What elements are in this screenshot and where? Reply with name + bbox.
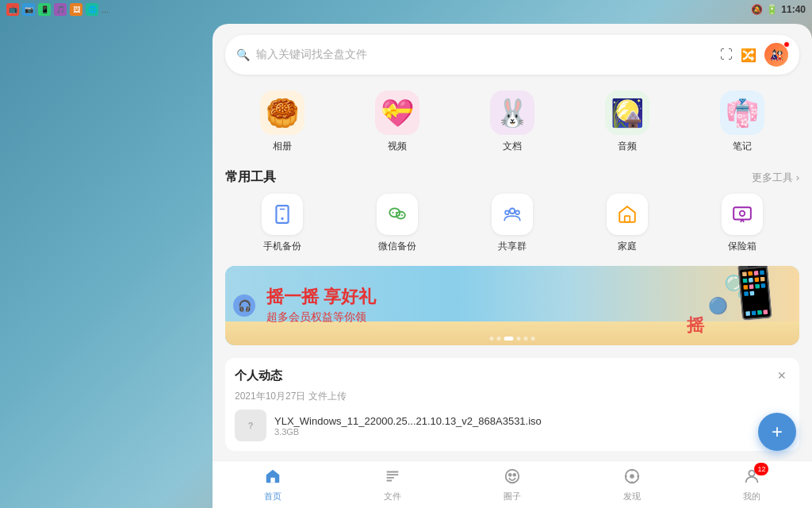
category-docs[interactable]: 🐰 文档 xyxy=(490,90,534,153)
battery-icon: 🔋 xyxy=(766,4,778,15)
file-thumb-icon: ? xyxy=(248,421,254,430)
nav-discover-label: 发现 xyxy=(623,491,641,502)
nav-home-label: 首页 xyxy=(264,491,282,502)
category-notes[interactable]: 👘 笔记 xyxy=(720,90,764,153)
fullscreen-icon[interactable]: ⛶ xyxy=(720,48,733,62)
nav-home[interactable]: 首页 xyxy=(213,461,332,508)
file-item[interactable]: ? YLX_Windows_11_22000.25...21.10.13_v2_… xyxy=(235,410,790,441)
dot-4 xyxy=(517,337,521,341)
personal-section: 个人动态 ✕ 2021年10月27日 文件上传 ? YLX_Windows_11… xyxy=(225,358,799,451)
family-label: 家庭 xyxy=(618,240,637,253)
family-icon-wrap xyxy=(607,194,648,235)
taskbar-icon-gallery: 🖼 xyxy=(70,3,82,16)
category-audio[interactable]: 🎑 音频 xyxy=(605,90,649,153)
svg-rect-13 xyxy=(733,207,751,219)
share-group-icon-wrap xyxy=(492,194,533,235)
category-video[interactable]: 💝 视频 xyxy=(375,90,419,153)
svg-point-7 xyxy=(399,214,400,216)
taskbar-icon-tv: 📺 xyxy=(6,3,19,16)
phone-deco: 📱 xyxy=(721,266,789,324)
dot-2 xyxy=(497,337,501,341)
tools-section-header: 常用工具 更多工具 › xyxy=(213,166,812,194)
close-button[interactable]: ✕ xyxy=(774,368,790,383)
nav-circle-label: 圈子 xyxy=(504,491,521,502)
svg-rect-0 xyxy=(277,206,289,223)
vault-icon-wrap xyxy=(722,194,763,235)
sort-icon[interactable]: 🔀 xyxy=(741,48,756,63)
tools-title: 常用工具 xyxy=(225,169,276,186)
promo-banner[interactable]: 🎧 摇一摇 享好礼 超多会员权益等你领 🫧 🔵 📱 摇 xyxy=(225,266,799,345)
fab-button[interactable]: + xyxy=(758,413,796,451)
svg-point-14 xyxy=(739,211,745,217)
album-icon-wrap: 🥮 xyxy=(260,90,304,135)
audio-icon-wrap: 🎑 xyxy=(605,90,649,135)
svg-point-20 xyxy=(513,473,515,475)
docs-icon-wrap: 🐰 xyxy=(490,90,534,135)
status-bar-right: 🔕 🔋 11:40 xyxy=(751,4,806,15)
share-group-label: 共享群 xyxy=(498,240,527,253)
notification-dot xyxy=(783,41,790,48)
files-nav-icon xyxy=(384,468,401,489)
headset-icon: 🎧 xyxy=(238,299,251,312)
svg-rect-17 xyxy=(270,477,275,482)
status-bar: 📺 📷 📱 🎵 🖼 🌐 ... 🔕 🔋 11:40 xyxy=(0,0,812,19)
nav-discover[interactable]: 发现 xyxy=(573,461,692,508)
banner-title: 摇一摇 享好礼 xyxy=(266,287,376,307)
tool-vault[interactable]: 保险箱 xyxy=(722,194,763,253)
search-placeholder: 输入关键词找全盘文件 xyxy=(256,48,714,62)
wechat-backup-label: 微信备份 xyxy=(378,240,416,253)
taskbar-icon-cam: 📷 xyxy=(22,3,35,16)
notes-icon-wrap: 👘 xyxy=(720,90,764,135)
tool-phone-backup[interactable]: 手机备份 xyxy=(262,194,303,253)
phone-backup-icon xyxy=(272,204,293,225)
tool-family[interactable]: 家庭 xyxy=(607,194,648,253)
shake-char: 摇 xyxy=(687,314,704,337)
taskbar-icon-phone: 📱 xyxy=(38,3,51,16)
notes-label: 笔记 xyxy=(733,140,752,153)
nav-files-label: 文件 xyxy=(384,491,401,502)
audio-label: 音频 xyxy=(618,140,637,153)
dot-3 xyxy=(504,337,514,341)
dot-1 xyxy=(490,337,494,341)
user-avatar[interactable]: 🎎 xyxy=(764,43,788,67)
album-icon: 🥮 xyxy=(266,97,299,129)
nav-mine[interactable]: 12 我的 xyxy=(692,461,812,508)
search-bar[interactable]: 🔍 输入关键词找全盘文件 ⛶ 🔀 🎎 xyxy=(225,35,799,75)
taskbar-icon-web: 🌐 xyxy=(86,3,98,16)
tool-wechat-backup[interactable]: 微信备份 xyxy=(377,194,418,253)
personal-title: 个人动态 xyxy=(235,368,282,383)
vault-icon xyxy=(732,204,753,225)
clock: 11:40 xyxy=(781,4,806,15)
taskbar-icon-music: 🎵 xyxy=(54,3,67,16)
wechat-backup-icon-wrap xyxy=(377,194,418,235)
svg-point-19 xyxy=(509,473,511,475)
card-scroll[interactable]: 🔍 输入关键词找全盘文件 ⛶ 🔀 🎎 🥮 相册 💝 xyxy=(213,24,812,508)
video-icon: 💝 xyxy=(381,97,414,129)
taskbar-more: ... xyxy=(102,5,109,14)
nav-files[interactable]: 文件 xyxy=(332,461,452,508)
left-panel xyxy=(0,24,213,508)
svg-point-5 xyxy=(393,212,394,214)
banner-left-icon: 🎧 xyxy=(233,294,255,317)
tools-more[interactable]: 更多工具 › xyxy=(752,171,799,185)
tools-grid: 手机备份 微信备份 xyxy=(213,194,812,266)
personal-section-header: 个人动态 ✕ xyxy=(235,368,790,383)
banner-content: 摇一摇 享好礼 超多会员权益等你领 xyxy=(254,274,389,337)
category-album[interactable]: 🥮 相册 xyxy=(260,90,304,153)
file-name: YLX_Windows_11_22000.25...21.10.13_v2_86… xyxy=(274,415,790,427)
bottom-nav: 首页 文件 圈子 xyxy=(213,460,812,508)
file-thumbnail: ? xyxy=(235,410,266,441)
banner-dots xyxy=(490,337,535,341)
mine-badge-count: 12 xyxy=(754,463,768,475)
add-icon: + xyxy=(772,421,783,443)
dot-5 xyxy=(524,337,528,341)
svg-point-26 xyxy=(630,475,634,478)
audio-icon: 🎑 xyxy=(611,97,644,129)
nav-circle[interactable]: 圈子 xyxy=(452,461,572,508)
dot-6 xyxy=(531,337,535,341)
video-icon-wrap: 💝 xyxy=(375,90,419,135)
phone-backup-icon-wrap xyxy=(262,194,303,235)
tool-share-group[interactable]: 共享群 xyxy=(492,194,533,253)
taskbar-apps: 📺 📷 📱 🎵 🖼 🌐 ... xyxy=(6,3,109,16)
svg-point-2 xyxy=(282,217,284,220)
